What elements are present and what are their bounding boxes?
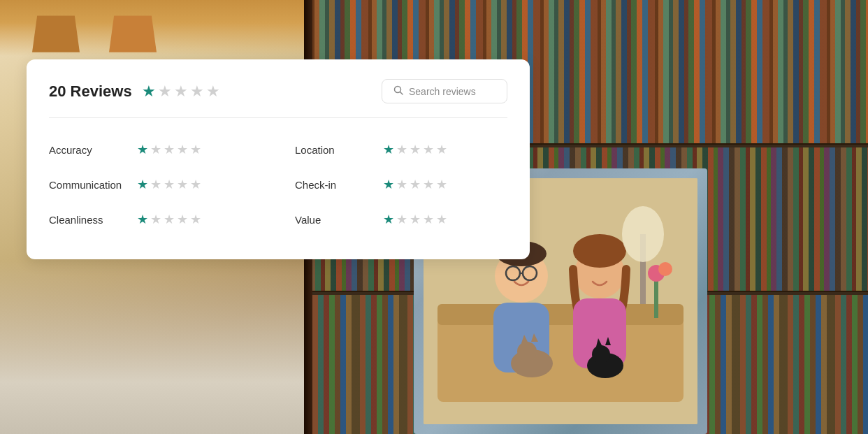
rating-row-location: Location ★ ★ ★ ★ ★ (295, 132, 507, 167)
comm-star-5: ★ (190, 177, 201, 192)
clean-star-4: ★ (177, 212, 188, 227)
overall-stars: ★ ★ ★ ★ ★ (142, 82, 220, 101)
overall-star-3: ★ (174, 82, 188, 101)
rating-stars-checkin: ★ ★ ★ ★ ★ (383, 177, 447, 192)
overall-star-4: ★ (190, 82, 204, 101)
rating-row-checkin: Check-in ★ ★ ★ ★ ★ (295, 167, 507, 202)
svg-rect-2 (437, 304, 683, 325)
card-header: 20 Reviews ★ ★ ★ ★ ★ Search reviews (49, 79, 507, 118)
comm-star-2: ★ (150, 177, 161, 192)
rating-row-communication: Communication ★ ★ ★ ★ ★ (49, 167, 278, 202)
rating-row-value: Value ★ ★ ★ ★ ★ (295, 202, 507, 237)
checkin-star-4: ★ (423, 177, 434, 192)
clean-star-3: ★ (164, 212, 175, 227)
rating-stars-value: ★ ★ ★ ★ ★ (383, 212, 447, 227)
rating-label-value: Value (295, 214, 372, 226)
comm-star-1: ★ (137, 177, 148, 192)
overall-star-5: ★ (206, 82, 220, 101)
rating-row-accuracy: Accuracy ★ ★ ★ ★ ★ (49, 132, 278, 167)
clean-star-1: ★ (137, 212, 148, 227)
rating-label-checkin: Check-in (295, 179, 372, 191)
value-star-4: ★ (423, 212, 434, 227)
rating-label-communication: Communication (49, 179, 126, 191)
clean-star-5: ★ (190, 212, 201, 227)
accuracy-star-5: ★ (190, 142, 201, 157)
value-star-2: ★ (396, 212, 407, 227)
ratings-left-col: Accuracy ★ ★ ★ ★ ★ Communication ★ ★ ★ ★… (49, 132, 278, 237)
ratings-grid: Accuracy ★ ★ ★ ★ ★ Communication ★ ★ ★ ★… (49, 132, 507, 237)
checkin-star-5: ★ (436, 177, 447, 192)
svg-rect-22 (654, 276, 658, 318)
overall-star-1: ★ (142, 82, 156, 101)
rating-label-cleanliness: Cleanliness (49, 214, 126, 226)
accuracy-star-2: ★ (150, 142, 161, 157)
rating-stars-accuracy: ★ ★ ★ ★ ★ (137, 142, 201, 157)
checkin-star-1: ★ (383, 177, 394, 192)
search-icon (393, 85, 403, 97)
rating-label-location: Location (295, 144, 372, 156)
checkin-star-3: ★ (410, 177, 421, 192)
clean-star-2: ★ (150, 212, 161, 227)
svg-point-21 (622, 206, 664, 262)
loc-star-4: ★ (423, 142, 434, 157)
svg-point-17 (592, 345, 610, 363)
svg-point-13 (517, 342, 537, 361)
search-box[interactable]: Search reviews (382, 79, 507, 103)
accuracy-star-1: ★ (137, 142, 148, 157)
checkin-star-2: ★ (396, 177, 407, 192)
rating-stars-location: ★ ★ ★ ★ ★ (383, 142, 447, 157)
overall-star-2: ★ (158, 82, 172, 101)
loc-star-2: ★ (396, 142, 407, 157)
value-star-3: ★ (410, 212, 421, 227)
reviews-title-row: 20 Reviews ★ ★ ★ ★ ★ (49, 82, 220, 101)
accuracy-star-4: ★ (177, 142, 188, 157)
value-star-1: ★ (383, 212, 394, 227)
svg-line-26 (400, 92, 403, 95)
rating-stars-cleanliness: ★ ★ ★ ★ ★ (137, 212, 201, 227)
comm-star-4: ★ (177, 177, 188, 192)
svg-point-10 (573, 234, 626, 268)
rating-stars-communication: ★ ★ ★ ★ ★ (137, 177, 201, 192)
review-card: 20 Reviews ★ ★ ★ ★ ★ Search reviews (27, 59, 530, 259)
rating-label-accuracy: Accuracy (49, 144, 126, 156)
comm-star-3: ★ (164, 177, 175, 192)
reviews-count: 20 Reviews (49, 82, 132, 101)
loc-star-3: ★ (410, 142, 421, 157)
rating-row-cleanliness: Cleanliness ★ ★ ★ ★ ★ (49, 202, 278, 237)
svg-point-24 (658, 262, 672, 276)
ratings-right-col: Location ★ ★ ★ ★ ★ Check-in ★ ★ ★ ★ ★ (278, 132, 507, 237)
loc-star-5: ★ (436, 142, 447, 157)
value-star-5: ★ (436, 212, 447, 227)
accuracy-star-3: ★ (164, 142, 175, 157)
svg-rect-1 (437, 318, 683, 402)
loc-star-1: ★ (383, 142, 394, 157)
search-placeholder: Search reviews (409, 86, 476, 97)
